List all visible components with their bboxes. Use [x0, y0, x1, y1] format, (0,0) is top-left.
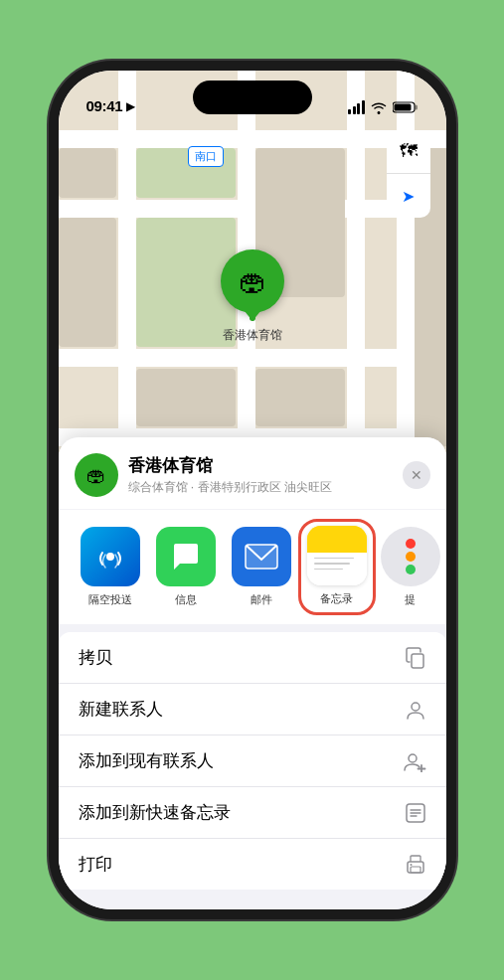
svg-rect-6 — [412, 654, 423, 668]
copy-label: 拷贝 — [79, 646, 112, 669]
battery-icon — [393, 100, 419, 114]
venue-info: 香港体育馆 综合体育馆 · 香港特别行政区 油尖旺区 — [128, 454, 403, 496]
status-icons — [348, 100, 419, 114]
pin-circle: 🏟 — [221, 249, 284, 313]
mail-icon-wrap — [232, 527, 291, 586]
messages-label: 信息 — [175, 592, 197, 607]
quick-note-icon — [405, 802, 426, 824]
block3 — [255, 369, 345, 426]
share-item-mail[interactable]: 邮件 — [226, 527, 297, 607]
add-existing-icon — [403, 750, 426, 772]
notes-yellow — [307, 526, 367, 553]
sheet-header: 🏟 香港体育馆 综合体育馆 · 香港特别行政区 油尖旺区 ✕ — [59, 437, 446, 509]
airdrop-icon-wrap — [81, 527, 140, 586]
pin-label: 香港体育馆 — [223, 327, 282, 344]
svg-point-7 — [412, 703, 420, 711]
notes-icon-wrap — [307, 526, 367, 585]
copy-icon — [405, 647, 426, 669]
airdrop-label: 隔空投送 — [88, 592, 132, 607]
venue-pin[interactable]: 🏟 香港体育馆 — [221, 249, 284, 344]
venue-name: 香港体育馆 — [128, 454, 403, 477]
more-green — [406, 565, 416, 574]
svg-rect-1 — [415, 105, 418, 110]
add-existing-label: 添加到现有联系人 — [79, 749, 214, 772]
action-list: 拷贝 新建联系人 添加到现有联系人 — [59, 632, 446, 890]
map-type-button[interactable]: 🗺 — [387, 130, 430, 174]
signal-bars — [348, 100, 365, 114]
map-controls[interactable]: 🗺 ➤ — [387, 130, 430, 218]
airdrop-icon — [94, 541, 126, 572]
location-label-text: 南口 — [195, 150, 217, 162]
wifi-icon — [371, 100, 387, 114]
venue-icon-emoji: 🏟 — [86, 464, 106, 487]
block8 — [59, 218, 116, 347]
share-item-messages[interactable]: 信息 — [150, 527, 222, 607]
new-contact-label: 新建联系人 — [79, 698, 163, 721]
new-contact-icon — [405, 699, 426, 721]
close-icon: ✕ — [411, 467, 422, 483]
mail-icon — [245, 544, 278, 570]
messages-icon — [170, 542, 202, 572]
print-label: 打印 — [79, 853, 112, 876]
action-quick-note[interactable]: 添加到新快速备忘录 — [59, 787, 446, 839]
venue-icon-small: 🏟 — [75, 453, 118, 497]
compass-button[interactable]: ➤ — [387, 174, 430, 218]
block7 — [59, 148, 116, 198]
share-row: 隔空投送 信息 邮件 — [59, 510, 446, 624]
venue-subtitle: 综合体育馆 · 香港特别行政区 油尖旺区 — [128, 479, 403, 496]
compass-icon: ➤ — [402, 187, 415, 206]
action-print[interactable]: 打印 — [59, 839, 446, 890]
map-icon: 🗺 — [400, 141, 418, 162]
svg-point-8 — [409, 754, 417, 762]
bar2 — [353, 106, 356, 114]
location-icon: ▶ — [126, 99, 135, 113]
mail-label: 邮件 — [251, 592, 272, 607]
svg-rect-2 — [394, 104, 411, 111]
close-button[interactable]: ✕ — [403, 461, 430, 489]
more-red — [406, 539, 416, 549]
pin-icon: 🏟 — [239, 265, 266, 298]
bar1 — [348, 109, 351, 114]
notes-line2 — [314, 563, 351, 565]
share-item-notes[interactable]: 备忘录 — [301, 522, 373, 612]
action-copy[interactable]: 拷贝 — [59, 632, 446, 684]
messages-icon-wrap — [156, 527, 216, 586]
more-label: 提 — [405, 592, 416, 607]
action-add-existing[interactable]: 添加到现有联系人 — [59, 735, 446, 787]
notes-line3 — [314, 569, 344, 571]
print-icon — [405, 854, 426, 876]
action-new-contact[interactable]: 新建联系人 — [59, 684, 446, 735]
phone-frame: 09:41 ▶ — [59, 71, 446, 909]
svg-point-3 — [106, 553, 114, 561]
quick-note-label: 添加到新快速备忘录 — [79, 801, 231, 824]
location-label: 南口 — [188, 146, 224, 167]
bar3 — [357, 103, 360, 114]
status-time: 09:41 — [86, 97, 123, 114]
notes-label: 备忘录 — [320, 591, 353, 606]
notes-lines-wrap — [314, 558, 360, 571]
dynamic-island — [193, 81, 312, 114]
bottom-sheet: 🏟 香港体育馆 综合体育馆 · 香港特别行政区 油尖旺区 ✕ — [59, 437, 446, 909]
block2 — [136, 369, 236, 426]
share-item-airdrop[interactable]: 隔空投送 — [75, 527, 146, 607]
more-orange — [406, 552, 416, 562]
share-item-more[interactable]: 提 — [381, 527, 440, 607]
notes-line1 — [314, 558, 354, 560]
more-button — [381, 527, 440, 586]
svg-point-18 — [410, 864, 412, 866]
bar4 — [362, 100, 365, 114]
svg-rect-17 — [411, 867, 420, 873]
